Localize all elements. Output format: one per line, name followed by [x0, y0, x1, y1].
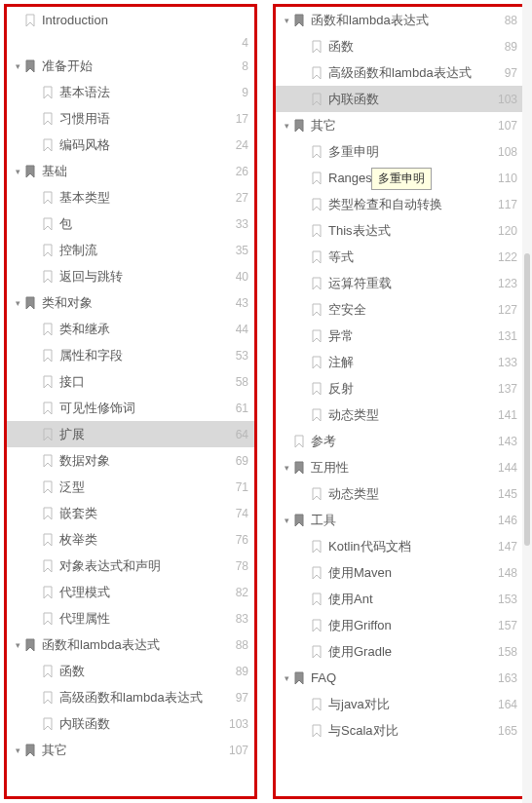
page-number: 82: [236, 586, 248, 599]
bookmark-icon: [24, 165, 36, 178]
toc-row[interactable]: ▸ 动态类型 141: [276, 402, 523, 428]
toc-row[interactable]: ▸ 使用Maven 148: [276, 559, 523, 586]
toc-row[interactable]: ▸ 基本语法 9: [7, 79, 254, 105]
toc-row[interactable]: ▸ 返回与跳转 40: [7, 263, 254, 289]
page-number: 148: [498, 566, 517, 580]
toc-row[interactable]: ▸ 函数 89: [276, 33, 523, 59]
chevron-down-icon[interactable]: ▾: [282, 121, 291, 131]
toc-row[interactable]: ▸ 包 33: [7, 210, 254, 237]
bookmark-icon: [311, 172, 323, 185]
page-number: 78: [236, 559, 248, 573]
chevron-down-icon[interactable]: ▾: [282, 16, 291, 25]
toc-row[interactable]: ▾ 函数和lambda表达式 88: [276, 7, 523, 33]
toc-item-label: 基础: [42, 163, 228, 180]
toc-row[interactable]: ▸ 代理属性 83: [7, 605, 254, 631]
chevron-down-icon[interactable]: ▾: [13, 298, 22, 308]
toc-row[interactable]: ▸ 参考 143: [276, 428, 523, 454]
chevron-down-icon[interactable]: ▾: [13, 746, 22, 755]
toc-row[interactable]: ▾ 其它 107: [7, 737, 254, 763]
toc-row[interactable]: ▸ 使用Gradle 158: [276, 638, 523, 665]
toc-item-label: Introduction: [42, 13, 241, 27]
toc-item-label: 内联函数: [328, 91, 490, 108]
toc-row[interactable]: ▾ 工具 146: [276, 507, 523, 533]
page-number: 88: [505, 14, 517, 27]
page-number: 141: [498, 408, 517, 422]
toc-item-label: 基本语法: [59, 84, 234, 101]
toc-row[interactable]: ▸ 异常 131: [276, 323, 523, 349]
toc-item-label: 使用Griffon: [328, 617, 490, 634]
toc-row[interactable]: ▸ 类和继承 44: [7, 316, 254, 342]
toc-row[interactable]: ▸ 使用Ant 153: [276, 586, 523, 612]
page-number: 61: [236, 402, 248, 415]
toc-item-label: 对象表达式和声明: [59, 557, 228, 575]
toc-row[interactable]: ▸ 基本类型 27: [7, 184, 254, 210]
toc-row[interactable]: ▾ 基础 26: [7, 158, 254, 184]
toc-row[interactable]: ▸ Introduction: [7, 7, 254, 33]
toc-row[interactable]: ▸ 与java对比 164: [276, 691, 523, 717]
toc-row[interactable]: ▾ 函数和lambda表达式 88: [7, 631, 254, 658]
toc-row[interactable]: ▾ 类和对象 43: [7, 289, 254, 316]
toc-row[interactable]: ▸ 对象表达式和声明 78: [7, 553, 254, 579]
toc-row[interactable]: ▸ 动态类型 145: [276, 480, 523, 507]
toc-row[interactable]: ▸ 空安全 127: [276, 296, 523, 323]
toc-row[interactable]: ▸ 控制流 35: [7, 237, 254, 263]
toc-row[interactable]: ▸ Ranges 110 多重申明: [276, 165, 523, 191]
toc-row[interactable]: ▸ 数据对象 69: [7, 447, 254, 474]
chevron-down-icon[interactable]: ▾: [13, 61, 22, 71]
toc-row[interactable]: ▸ 枚举类 76: [7, 526, 254, 553]
toc-row[interactable]: ▸ 接口 58: [7, 368, 254, 395]
toc-row[interactable]: ▸ 可见性修饰词 61: [7, 395, 254, 421]
bookmark-icon: [311, 198, 323, 211]
toc-row[interactable]: ▸ 高级函数和lambda表达式 97: [7, 684, 254, 710]
toc-row[interactable]: ▸ 高级函数和lambda表达式 97: [276, 59, 523, 86]
toc-row[interactable]: ▸ 使用Griffon 157: [276, 612, 523, 638]
toc-row[interactable]: ▸ 编码风格 24: [7, 132, 254, 158]
toc-row[interactable]: ▸ 属性和字段 53: [7, 342, 254, 368]
toc-item-label: 函数: [328, 38, 497, 56]
toc-row[interactable]: ▸ 函数 89: [7, 658, 254, 684]
scrollbar[interactable]: [522, 0, 532, 803]
bookmark-icon: [311, 66, 323, 80]
toc-row[interactable]: ▸ Kotlin代码文档 147: [276, 533, 523, 559]
toc-item-label: FAQ: [311, 670, 490, 685]
toc-row[interactable]: ▸ 注解 133: [276, 349, 523, 375]
page-number: 122: [498, 250, 517, 264]
page-number: 40: [236, 270, 248, 284]
toc-row[interactable]: ▸ 嵌套类 74: [7, 500, 254, 526]
toc-row[interactable]: ▸ 泛型 71: [7, 474, 254, 500]
toc-row[interactable]: ▾ 准备开始 8: [7, 53, 254, 79]
page-number: 103: [229, 717, 248, 731]
chevron-down-icon[interactable]: ▾: [13, 167, 22, 176]
toc-item-label: This表达式: [328, 222, 490, 240]
chevron-down-icon[interactable]: ▾: [282, 463, 291, 473]
toc-item-label: 枚举类: [59, 531, 228, 549]
toc-row[interactable]: ▸ This表达式 120: [276, 217, 523, 244]
chevron-down-icon[interactable]: ▾: [282, 516, 291, 525]
toc-row[interactable]: ▸ 多重申明 108: [276, 138, 523, 165]
page-number: 58: [236, 375, 248, 389]
toc-row[interactable]: ▸ 习惯用语 17: [7, 105, 254, 132]
toc-row[interactable]: ▸ 等式 122: [276, 244, 523, 270]
page-number: 53: [236, 349, 248, 363]
toc-row[interactable]: ▸ 运算符重载 123: [276, 270, 523, 296]
toc-row[interactable]: ▾ 其它 107: [276, 112, 523, 138]
scrollbar-thumb[interactable]: [524, 253, 530, 546]
page-number: 107: [498, 119, 517, 133]
page-number: 44: [236, 323, 248, 336]
toc-row[interactable]: ▸ 类型检查和自动转换 117: [276, 191, 523, 217]
toc-row[interactable]: ▾ FAQ 163: [276, 665, 523, 691]
bookmark-icon: [42, 375, 54, 389]
toc-row[interactable]: ▸ 内联函数 103: [276, 86, 523, 112]
bookmark-icon: [24, 296, 36, 310]
toc-row[interactable]: ▸ 代理模式 82: [7, 579, 254, 605]
chevron-down-icon[interactable]: ▾: [282, 673, 291, 683]
toc-row[interactable]: ▸ 反射 137: [276, 375, 523, 402]
toc-row[interactable]: ▸ 内联函数 103: [7, 710, 254, 737]
toc-row[interactable]: ▾ 互用性 144: [276, 454, 523, 480]
chevron-down-icon[interactable]: ▾: [13, 640, 22, 650]
toc-panel-left: ▸ Introduction 4 ▾ 准备开始 8 ▸ 基本语法 9 ▸: [4, 4, 257, 799]
page-number: 131: [498, 329, 517, 343]
bookmark-icon: [311, 224, 323, 238]
toc-row[interactable]: ▸ 扩展 64: [7, 421, 254, 447]
toc-row[interactable]: ▸ 与Scala对比 165: [276, 717, 523, 744]
